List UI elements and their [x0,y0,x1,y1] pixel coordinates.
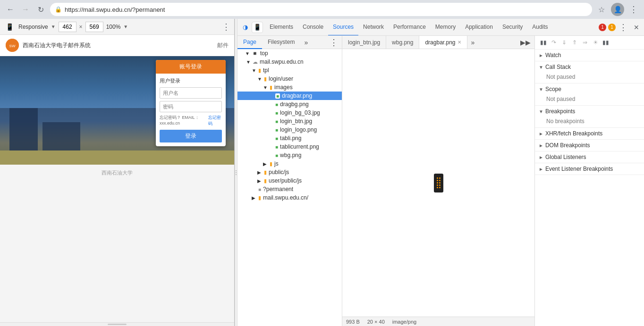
debug-step-into-btn[interactable]: ⇓ [559,38,569,47]
breakpoints-label: Breakpoints [545,108,575,115]
tree-item-permanent[interactable]: ■ ?permanent [237,185,342,193]
bookmark-button[interactable]: ☆ [595,3,608,16]
debug-step-over-btn[interactable]: ↷ [549,38,559,47]
responsive-dropdown-icon: ▼ [51,24,56,29]
error-badge[interactable]: 1 [599,24,606,31]
debug-settings-btn[interactable]: ▮▮ [601,38,610,47]
profile-button[interactable]: 👤 [611,3,624,16]
sources-tabs-more[interactable]: » [300,39,312,46]
dom-breakpoints-section-header[interactable]: ► DOM Breakpoints [535,140,644,151]
tree-item-login-bg-03[interactable]: ■ login_bg_03.jpg [237,109,342,117]
tab-audits[interactable]: Audits [527,19,552,36]
lock-icon: 🔒 [55,6,62,13]
source-tab-dragbar[interactable]: dragbar.png ✕ [419,36,467,49]
tree-label-login-bg-03: login_bg_03.jpg [280,109,320,116]
devtools-inspect-button[interactable]: ◑ [239,22,251,33]
scope-section-header[interactable]: ▼ Scope [535,84,644,95]
zoom-display: 100% [106,24,121,30]
tab-memory[interactable]: Memory [431,19,460,36]
devtools-close-button[interactable]: ✕ [631,22,642,33]
username-input[interactable] [160,87,222,99]
tree-label-dragbar-png: dragbar.png [282,92,312,99]
tree-label-dragbg-png: dragbg.png [280,101,309,108]
tree-item-mail-swpu-2[interactable]: ▶ ▮ mail.swpu.edu.cn/ [237,193,342,202]
source-tab-wbg[interactable]: wbg.png [386,36,419,49]
source-tab-close-dragbar[interactable]: ✕ [458,40,461,45]
tree-label-mail-swpu-2: mail.swpu.edu.cn/ [263,194,308,201]
tree-label-user-public-js: user/public/js [269,177,302,184]
tree-item-login-logo-png[interactable]: ■ login_logo.png [237,125,342,134]
debug-step-btn[interactable]: ⇒ [580,38,590,47]
tab-performance[interactable]: Performance [389,19,431,36]
tree-item-mail-swpu[interactable]: ▼ ☁ mail.swpu.edu.cn [237,58,342,66]
tree-label-tabli-png: tabli.png [280,135,301,142]
back-button[interactable]: ← [4,3,17,16]
tree-item-wbg-png[interactable]: ■ wbg.png [237,151,342,159]
sources-tab-filesystem[interactable]: Filesystem [262,36,300,49]
tree-label-js: js [274,160,279,167]
tree-item-tpl[interactable]: ▼ ▮ tpl [237,66,342,75]
tree-item-login-btn-jpg[interactable]: ■ login_btn.jpg [237,117,342,125]
event-listener-breakpoints-label: Event Listener Breakpoints [545,166,613,172]
tree-label-login-logo-png: login_logo.png [280,126,317,133]
xhr-breakpoints-label: XHR/fetch Breakpoints [545,130,602,137]
tree-item-dragbg-png[interactable]: ■ dragbg.png [237,100,342,109]
call-stack-content: Not paused [546,74,575,80]
height-input[interactable] [85,22,103,32]
sources-options-menu[interactable]: ⋮ [326,37,342,48]
width-input[interactable] [59,22,76,32]
tree-item-images[interactable]: ▼ ▮ images [237,83,342,92]
global-listeners-section-header[interactable]: ► Global Listeners [535,151,644,163]
source-collapse-panel[interactable]: ▶▶ [517,39,534,46]
tab-application[interactable]: Application [460,19,498,36]
site-title: 西南石油大学电子邮件系统 [23,42,91,50]
debug-step-out-btn[interactable]: ⇑ [570,38,579,47]
tree-item-user-public-js[interactable]: ▶ ▮ user/public/js [237,176,342,185]
devtools-device-button[interactable]: 📱 [252,22,263,33]
mime-type: image/png [392,319,416,325]
forgot-link[interactable]: 忘记密码？ EMAIL：xxx.edu.cn [160,115,208,127]
debug-deactivate-btn[interactable]: ☀ [591,38,600,47]
tree-label-login-user: login/user [269,75,293,82]
password-input[interactable] [160,101,222,112]
tab-console[interactable]: Console [298,19,328,36]
event-listener-breakpoints-section-header[interactable]: ► Event Listener Breakpoints [535,163,644,175]
debug-pause-btn[interactable]: ▮▮ [539,38,548,47]
tab-network[interactable]: Network [358,19,389,36]
scope-label: Scope [545,86,561,92]
source-tab-login-btn[interactable]: login_btn.jpg [342,36,386,49]
warning-badge[interactable]: 1 [608,24,616,31]
tree-label-wbg-png: wbg.png [280,152,301,159]
more-options-button[interactable]: ⋮ [222,22,230,32]
tree-label-permanent: ?permanent [263,186,293,192]
tree-item-login-user[interactable]: ▼ ▮ login/user [237,75,342,83]
tree-item-dragbar-png[interactable]: ■ dragbar.png [237,92,342,100]
tree-label-top: top [260,50,268,57]
tab-security[interactable]: Security [498,19,527,36]
file-size: 993 B [346,319,360,325]
global-listeners-label: Global Listeners [545,154,586,160]
sources-tab-page[interactable]: Page [237,36,262,49]
tree-item-top[interactable]: ▼ ◾ top [237,49,342,58]
login-button[interactable]: 登录 [160,130,222,142]
breakpoints-section-header[interactable]: ▼ Breakpoints [535,106,644,117]
menu-button[interactable]: ⋮ [627,3,640,16]
devtools-more-button[interactable]: ⋮ [618,22,629,33]
tab-sources[interactable]: Sources [328,19,358,36]
register-link[interactable]: 忘记密码 [208,115,222,127]
tree-item-tablicurrent-png[interactable]: ■ tablicurrent.png [237,142,342,151]
tree-label-tpl: tpl [263,67,269,74]
call-stack-section-header[interactable]: ▼ Call Stack [535,61,644,73]
tab-elements[interactable]: Elements [265,19,298,36]
xhr-breakpoints-section-header[interactable]: ► XHR/fetch Breakpoints [535,128,644,139]
source-tabs-more[interactable]: » [467,39,479,46]
forward-button[interactable]: → [19,3,32,16]
watch-section-header[interactable]: ► Watch [535,50,644,61]
tree-item-tabli-png[interactable]: ■ tabli.png [237,134,342,142]
svg-text:SW: SW [9,44,16,48]
reload-button[interactable]: ↻ [34,3,47,16]
device-icon[interactable]: 📱 [4,22,16,32]
tree-item-public-js[interactable]: ▶ ▮ public/js [237,168,342,176]
tree-item-js[interactable]: ▶ ▮ js [237,159,342,168]
tree-label-public-js: public/js [269,169,289,176]
